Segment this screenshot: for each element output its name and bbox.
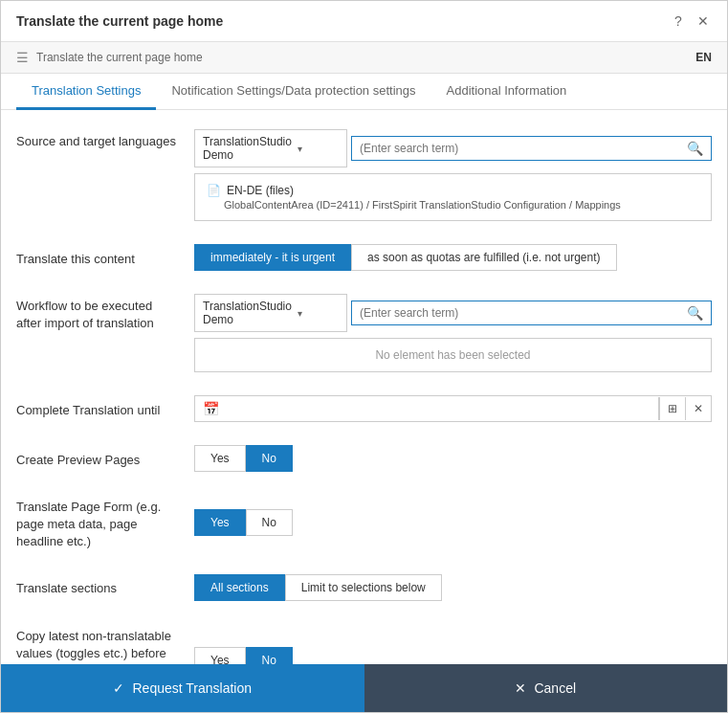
btn-limit-selections[interactable]: Limit to selections below — [285, 574, 442, 601]
translate-content-row: Translate this content immediately - it … — [16, 244, 712, 271]
close-icon[interactable]: ✕ — [695, 12, 712, 30]
translate-form-label: Translate Page Form (e.g. page meta data… — [16, 495, 179, 551]
workflow-search-icon: 🔍 — [687, 305, 703, 321]
request-translation-button[interactable]: ✓ Request Translation — [1, 664, 364, 712]
date-actions: ⊞ ✕ — [658, 397, 711, 420]
subtitle-label: Translate the current page home — [36, 51, 203, 64]
complete-translation-control: 📅 ⊞ ✕ — [194, 395, 712, 422]
complete-translation-row: Complete Translation until 📅 ⊞ ✕ — [16, 395, 712, 422]
tabs-bar: Translation Settings Notification Settin… — [1, 74, 727, 110]
search-icon: 🔍 — [687, 141, 703, 156]
dialog-title: Translate the current page home — [16, 13, 223, 29]
complete-translation-label: Complete Translation until — [16, 398, 179, 419]
file-icon: 📄 — [207, 184, 221, 197]
menu-icon: ☰ — [16, 50, 29, 65]
workflow-control: TranslationStudio Demo ▾ 🔍 No element ha… — [194, 294, 712, 372]
tab-translation-settings[interactable]: Translation Settings — [16, 74, 156, 110]
translate-content-btn-group: immediately - it is urgent as soon as qu… — [194, 244, 712, 271]
request-translation-label: Request Translation — [132, 680, 252, 696]
create-preview-row: Create Preview Pages Yes No — [16, 445, 712, 472]
create-preview-control: Yes No — [194, 445, 712, 472]
footer-buttons: ✓ Request Translation ✕ Cancel — [1, 664, 727, 712]
tab-additional-info[interactable]: Additional Information — [431, 74, 583, 110]
source-target-row: Source and target languages TranslationS… — [16, 129, 712, 221]
date-expand-icon[interactable]: ⊞ — [659, 397, 685, 420]
source-target-label: Source and target languages — [16, 129, 179, 150]
copy-latest-no-btn[interactable]: No — [246, 647, 293, 664]
source-target-search-row: TranslationStudio Demo ▾ 🔍 — [194, 129, 712, 167]
dropdown-arrow-icon: ▾ — [298, 144, 339, 154]
source-target-search-wrapper: 🔍 — [351, 136, 712, 161]
cancel-button[interactable]: ✕ Cancel — [364, 664, 728, 712]
source-target-control: TranslationStudio Demo ▾ 🔍 📄 EN-DE (file… — [194, 129, 712, 221]
translate-sections-btn-group: All sections Limit to selections below — [194, 574, 712, 601]
title-bar-icons: ? ✕ — [670, 12, 712, 30]
dialog: Translate the current page home ? ✕ ☰ Tr… — [0, 0, 728, 713]
translate-content-label: Translate this content — [16, 247, 179, 268]
content-area: Source and target languages TranslationS… — [1, 110, 727, 664]
btn-as-soon[interactable]: as soon as quotas are fulfilled (i.e. no… — [351, 244, 616, 271]
btn-immediately[interactable]: immediately - it is urgent — [194, 244, 351, 271]
source-target-dropdown-label: TranslationStudio Demo — [203, 135, 292, 162]
x-icon: ✕ — [515, 680, 526, 696]
subtitle-text: ☰ Translate the current page home — [16, 50, 203, 65]
cancel-label: Cancel — [534, 680, 576, 696]
file-item-path: GlobalContentArea (ID=2411) / FirstSpiri… — [224, 199, 699, 211]
copy-latest-btn-group: Yes No — [194, 647, 712, 664]
translate-form-no-btn[interactable]: No — [246, 509, 293, 536]
check-icon: ✓ — [113, 680, 124, 696]
workflow-row: Workflow to be executed after import of … — [16, 294, 712, 372]
workflow-search-row: TranslationStudio Demo ▾ 🔍 — [194, 294, 712, 332]
create-preview-label: Create Preview Pages — [16, 448, 179, 469]
workflow-search-input[interactable] — [352, 301, 711, 324]
create-preview-no-btn[interactable]: No — [246, 445, 293, 472]
workflow-label: Workflow to be executed after import of … — [16, 294, 179, 332]
translate-form-control: Yes No — [194, 509, 712, 536]
tab-notification-settings[interactable]: Notification Settings/Data protection se… — [156, 74, 430, 110]
translate-sections-control: All sections Limit to selections below — [194, 574, 712, 601]
btn-all-sections[interactable]: All sections — [194, 574, 285, 601]
file-item: 📄 EN-DE (files) — [207, 184, 699, 197]
translate-sections-row: Translate sections All sections Limit to… — [16, 574, 712, 601]
date-clear-icon[interactable]: ✕ — [685, 397, 711, 420]
translate-form-yes-btn[interactable]: Yes — [194, 509, 246, 536]
create-preview-btn-group: Yes No — [194, 445, 712, 472]
create-preview-yes-btn[interactable]: Yes — [194, 445, 246, 472]
title-bar: Translate the current page home ? ✕ — [1, 1, 727, 42]
no-element-box: No element has been selected — [194, 338, 712, 372]
translate-form-row: Translate Page Form (e.g. page meta data… — [16, 495, 712, 551]
workflow-dropdown-arrow-icon: ▾ — [298, 308, 339, 319]
translate-sections-label: Translate sections — [16, 576, 179, 597]
lang-badge: EN — [695, 51, 712, 64]
file-item-name: EN-DE (files) — [227, 184, 294, 197]
copy-latest-row: Copy latest non-translatable values (tog… — [16, 624, 712, 664]
workflow-dropdown[interactable]: TranslationStudio Demo ▾ — [194, 294, 347, 332]
copy-latest-label: Copy latest non-translatable values (tog… — [16, 624, 179, 664]
calendar-icon[interactable]: 📅 — [195, 396, 227, 421]
subtitle-bar: ☰ Translate the current page home EN — [1, 42, 727, 74]
workflow-search-wrapper: 🔍 — [351, 301, 712, 325]
source-target-search-input[interactable] — [352, 137, 711, 160]
help-icon[interactable]: ? — [670, 12, 687, 30]
translate-form-btn-group: Yes No — [194, 509, 712, 536]
copy-latest-yes-btn[interactable]: Yes — [194, 647, 246, 664]
workflow-dropdown-label: TranslationStudio Demo — [203, 300, 292, 326]
file-tree-box: 📄 EN-DE (files) GlobalContentArea (ID=24… — [194, 173, 712, 221]
translate-content-control: immediately - it is urgent as soon as qu… — [194, 244, 712, 271]
source-target-dropdown[interactable]: TranslationStudio Demo ▾ — [194, 129, 347, 167]
copy-latest-control: Yes No — [194, 647, 712, 664]
date-row: 📅 ⊞ ✕ — [194, 395, 712, 422]
